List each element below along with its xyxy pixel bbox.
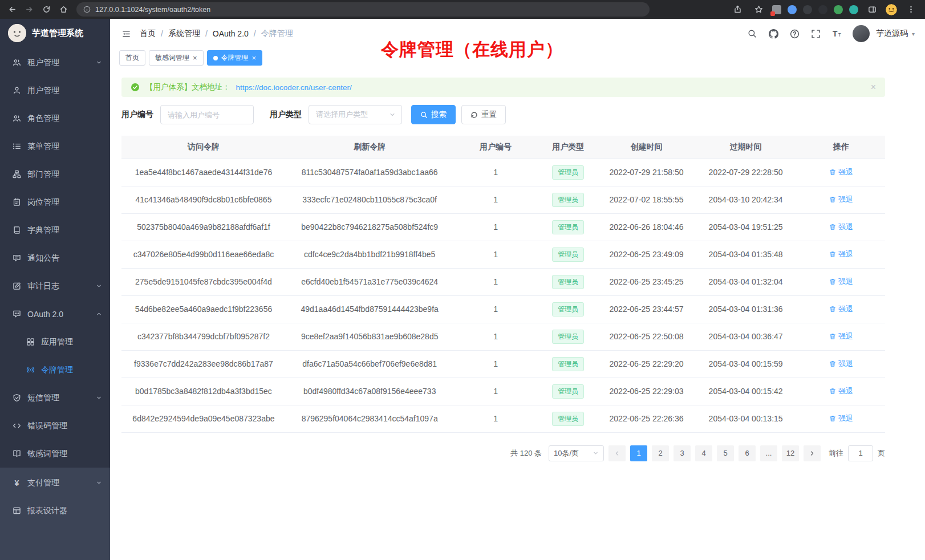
page-button-12[interactable]: 12	[782, 445, 799, 461]
collapse-sidebar-icon[interactable]	[120, 28, 132, 39]
share-icon[interactable]	[730, 2, 745, 17]
create-time-cell: 2022-06-25 22:50:08	[599, 323, 694, 350]
sidebar-item-post[interactable]: 岗位管理	[0, 188, 110, 216]
browser-forward-icon[interactable]	[22, 2, 36, 17]
page-button-...[interactable]: ...	[760, 445, 777, 461]
user-id-cell: 1	[453, 268, 537, 295]
profile-avatar[interactable]	[886, 4, 897, 15]
bookmark-star-icon[interactable]	[751, 2, 766, 17]
breadcrumb-separator: /	[254, 29, 256, 38]
user-id-cell: 1	[453, 213, 537, 241]
breadcrumb-item[interactable]: OAuth 2.0	[213, 29, 249, 38]
font-size-icon[interactable]: TT	[831, 28, 843, 39]
people-icon	[13, 114, 21, 123]
sidebar-item-errcode[interactable]: 错误码管理	[0, 412, 110, 440]
force-logout-button[interactable]: 强退	[829, 277, 853, 287]
sidebar-item-oauth-token[interactable]: 令牌管理	[0, 356, 110, 384]
sidebar-item-pay[interactable]: ¥支付管理	[0, 469, 110, 497]
force-logout-button[interactable]: 强退	[829, 194, 853, 205]
sidebar-item-audit[interactable]: 审计日志	[0, 272, 110, 300]
doc-link[interactable]: https://doc.iocoder.cn/user-center/	[236, 83, 352, 92]
tab-令牌管理[interactable]: 令牌管理×	[207, 50, 263, 66]
github-icon[interactable]	[768, 28, 780, 39]
access-token-cell: 502375b8040a469a9b82188afdf6af1f	[121, 213, 286, 241]
page-button-1[interactable]: 1	[630, 445, 647, 461]
extension-blue-icon[interactable]	[788, 5, 797, 14]
alert-close-icon[interactable]: ×	[871, 83, 876, 92]
force-logout-button[interactable]: 强退	[829, 222, 853, 232]
next-page-button[interactable]	[804, 445, 821, 461]
goto-page-input[interactable]	[848, 445, 873, 461]
sidebar-item-dict[interactable]: 字典管理	[0, 216, 110, 244]
user-type-select[interactable]: 请选择用户类型	[309, 105, 402, 124]
force-logout-button[interactable]: 强退	[829, 167, 853, 177]
page-size-select[interactable]: 10条/页	[549, 445, 604, 461]
user-id-input[interactable]	[160, 105, 254, 124]
app-logo[interactable]: 芋道管理系统	[0, 19, 110, 47]
user-avatar[interactable]	[853, 25, 870, 42]
breadcrumb-item[interactable]: 首页	[140, 29, 156, 39]
code-icon	[13, 421, 21, 430]
search-icon[interactable]	[747, 28, 758, 39]
force-logout-button[interactable]: 强退	[829, 304, 853, 314]
page-button-2[interactable]: 2	[652, 445, 669, 461]
trash-icon	[829, 360, 836, 367]
sidebar-item-notice[interactable]: 通知公告	[0, 244, 110, 272]
user-name[interactable]: 芋道源码	[876, 29, 908, 39]
sidebar-item-tenant[interactable]: 租户管理	[0, 48, 110, 76]
table-row: b0d1785bc3a8482f812db4a3f3bd15ecb0df4980…	[121, 378, 885, 405]
sidebar-item-oauth[interactable]: OAuth 2.0	[0, 300, 110, 328]
extension-dark2-icon[interactable]	[818, 5, 827, 14]
force-logout-button[interactable]: 强退	[829, 249, 853, 259]
caret-down-icon[interactable]: ▾	[912, 31, 915, 37]
sidebar-item-dept[interactable]: 部门管理	[0, 160, 110, 188]
browser-reload-icon[interactable]	[39, 2, 54, 17]
extension-puzzle-icon[interactable]	[849, 5, 858, 14]
table-header-cell: 创建时间	[599, 136, 694, 159]
extension-badged-icon[interactable]	[772, 5, 781, 14]
tab-close-icon[interactable]: ×	[193, 54, 197, 62]
user-id-cell: 1	[453, 159, 537, 186]
breadcrumb-item[interactable]: 系统管理	[168, 29, 200, 39]
tab-首页[interactable]: 首页	[119, 50, 145, 66]
force-logout-button[interactable]: 强退	[829, 413, 853, 424]
tab-close-icon[interactable]: ×	[252, 54, 257, 62]
tab-敏感词管理[interactable]: 敏感词管理×	[149, 50, 204, 66]
search-button[interactable]: 搜索	[411, 105, 456, 124]
person-icon	[13, 86, 21, 95]
chatdot-icon	[13, 310, 21, 318]
svg-text:T: T	[833, 29, 838, 38]
reset-button[interactable]: 重置	[461, 105, 506, 124]
sidebar-item-sensitive[interactable]: 敏感词管理	[0, 440, 110, 468]
expire-time-cell: 2022-07-29 22:28:50	[694, 159, 797, 186]
sidebar-item-menu[interactable]: 菜单管理	[0, 132, 110, 160]
sidebar-item-sms[interactable]: 短信管理	[0, 384, 110, 412]
browser-back-icon[interactable]	[5, 2, 19, 17]
browser-menu-icon[interactable]	[903, 2, 918, 17]
force-logout-button[interactable]: 强退	[829, 331, 853, 342]
refresh-token-cell: dfa6c71a50a54c66bef706ef9e6e8d81	[286, 350, 454, 378]
fullscreen-icon[interactable]	[810, 28, 822, 39]
sidebar-item-user[interactable]: 用户管理	[0, 76, 110, 104]
expire-time-cell: 2054-03-10 20:42:34	[694, 186, 797, 213]
page-button-5[interactable]: 5	[717, 445, 734, 461]
sidebar-item-report[interactable]: 报表设计器	[0, 497, 110, 525]
force-logout-button[interactable]: 强退	[829, 386, 853, 396]
access-token-cell: c342377bf8b344799dcbf7bf095287f2	[121, 323, 286, 350]
browser-home-icon[interactable]	[56, 2, 71, 17]
user-type-badge: 管理员	[552, 165, 584, 180]
extension-green-icon[interactable]	[834, 5, 843, 14]
sidebar-item-role[interactable]: 角色管理	[0, 104, 110, 132]
user-type-badge: 管理员	[552, 412, 584, 426]
address-bar[interactable]: 127.0.0.1:1024/system/oauth2/token	[76, 2, 650, 17]
extension-dark-icon[interactable]	[803, 5, 812, 14]
page-button-4[interactable]: 4	[695, 445, 712, 461]
split-view-icon[interactable]	[865, 2, 879, 17]
page-button-3[interactable]: 3	[674, 445, 691, 461]
sidebar-item-oauth-app[interactable]: 应用管理	[0, 328, 110, 356]
goto-label: 前往	[829, 448, 843, 458]
help-icon[interactable]	[789, 28, 801, 39]
page-button-6[interactable]: 6	[739, 445, 756, 461]
prev-page-button[interactable]	[608, 445, 626, 461]
force-logout-button[interactable]: 强退	[829, 359, 853, 369]
